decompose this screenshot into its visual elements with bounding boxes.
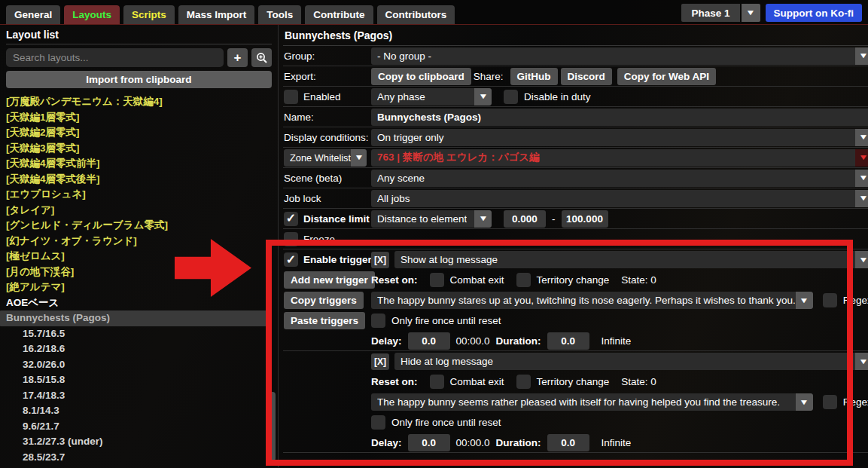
- chevron-down-icon[interactable]: ▼: [855, 251, 868, 268]
- chevron-down-icon[interactable]: ▼: [742, 4, 760, 22]
- disable-in-duty-checkbox[interactable]: [504, 90, 518, 104]
- tab-tools[interactable]: Tools: [258, 5, 301, 24]
- phase-filter-select[interactable]: Any phase ▼: [371, 88, 492, 106]
- tab-contribute[interactable]: Contribute: [305, 5, 373, 24]
- trigger-message-select[interactable]: The happy bunny stares up at you, twitch…: [371, 292, 813, 309]
- tab-mass-import[interactable]: Mass Import: [178, 5, 255, 24]
- fire-once-checkbox[interactable]: [371, 415, 385, 430]
- zone-mode-select[interactable]: Zone Whitelist ▼: [284, 149, 367, 167]
- chevron-down-icon[interactable]: ▼: [855, 149, 868, 167]
- tab-general[interactable]: General: [6, 5, 60, 24]
- import-from-clipboard-button[interactable]: Import from clipboard: [6, 71, 272, 88]
- chevron-down-icon[interactable]: ▼: [855, 129, 868, 146]
- layout-sub-item[interactable]: 8.1/14.3: [6, 403, 272, 419]
- layout-item[interactable]: [幻ナイツ・オブ・ラウンド]: [6, 234, 272, 249]
- chevron-down-icon[interactable]: ▼: [796, 292, 813, 309]
- chevron-glyph: ▼: [859, 194, 868, 202]
- enabled-checkbox[interactable]: [284, 90, 298, 104]
- chevron-down-icon[interactable]: ▼: [474, 210, 492, 228]
- group-select-value: - No group -: [377, 50, 431, 62]
- layout-item[interactable]: [エウプロシュネ]: [6, 187, 272, 203]
- add-layout-button[interactable]: +: [227, 48, 248, 67]
- distance-limit-checkbox[interactable]: ✓: [284, 212, 298, 226]
- copy-for-web-api-button[interactable]: Copy for Web API: [617, 68, 716, 85]
- layout-item[interactable]: [万魔殿パンデモニウム：天獄編4]: [6, 94, 272, 110]
- layout-item[interactable]: [絶アルテマ]: [6, 280, 272, 295]
- sidebar-scrollbar[interactable]: [269, 392, 276, 461]
- kofi-support-button[interactable]: Support on Ko-fi: [766, 4, 862, 22]
- add-new-trigger-button[interactable]: Add new trigger: [284, 271, 375, 289]
- display-conditions-value: On trigger only: [377, 132, 444, 143]
- github-button[interactable]: GitHub: [510, 68, 558, 85]
- layout-sub-item[interactable]: 17.4/18.3: [6, 388, 272, 404]
- territory-change-checkbox[interactable]: [516, 375, 531, 389]
- trigger-message-select[interactable]: The happy bunny seems rather pleased wit…: [371, 393, 813, 411]
- layout-sub-item[interactable]: 9.6/21.7: [6, 419, 272, 435]
- delay-input[interactable]: [408, 332, 450, 350]
- phase-select[interactable]: Phase 1 ▼: [681, 4, 760, 22]
- combat-exit-label: Combat exit: [450, 274, 504, 286]
- trigger-tag-button[interactable]: [X]: [371, 353, 389, 370]
- combat-exit-checkbox[interactable]: [430, 273, 444, 287]
- display-conditions-select[interactable]: On trigger only ▼: [371, 129, 868, 146]
- freeze-checkbox[interactable]: [284, 232, 298, 246]
- layout-sub-item[interactable]: 15.7/16.5: [6, 326, 272, 342]
- trigger-type-select[interactable]: Show at log message ▼: [394, 251, 868, 268]
- layout-item[interactable]: [極ゼロムス]: [6, 249, 272, 265]
- duration-input[interactable]: [547, 434, 589, 451]
- name-input[interactable]: [371, 109, 868, 126]
- chevron-down-icon[interactable]: ▼: [855, 190, 868, 207]
- zoom-in-icon[interactable]: [251, 48, 272, 67]
- regex-checkbox[interactable]: [823, 293, 837, 307]
- zone-whitelist-select[interactable]: 763 | 禁断の地 エウレカ：パゴス編 ▼: [371, 149, 868, 167]
- layout-sub-item[interactable]: 16.2/18.6: [6, 341, 272, 357]
- chevron-down-icon[interactable]: ▼: [855, 170, 868, 187]
- chevron-glyph: ▼: [799, 399, 809, 406]
- trigger-tag-button[interactable]: [X]: [371, 252, 389, 268]
- layout-item-selected[interactable]: Bunnychests (Pagos): [0, 310, 269, 326]
- scene-select[interactable]: Any scene ▼: [371, 170, 868, 187]
- copy-to-clipboard-button[interactable]: Copy to clipboard: [371, 68, 471, 85]
- distance-mode-select[interactable]: Distance to element ▼: [371, 210, 492, 228]
- layout-item[interactable]: [天獄編2層零式]: [6, 125, 272, 141]
- layout-sub-item[interactable]: 31.2/27.3 (under): [6, 434, 272, 450]
- layout-sub-item[interactable]: 28.5/23.7: [6, 450, 272, 466]
- layout-editor-panel: Bunnychests (Pagos) Group: - No group - …: [279, 25, 868, 467]
- trigger-type-select[interactable]: Hide at log message ▼: [394, 353, 868, 370]
- discord-button[interactable]: Discord: [561, 68, 612, 85]
- enable-triggers-checkbox[interactable]: ✓: [284, 252, 298, 267]
- layout-item[interactable]: [タレイア]: [6, 203, 272, 219]
- layout-item-aoe-base[interactable]: AOEベース: [6, 295, 272, 311]
- regex-checkbox[interactable]: [823, 395, 837, 409]
- job-lock-select[interactable]: All jobs ▼: [371, 190, 868, 207]
- layout-item[interactable]: [天獄編4層零式前半]: [6, 156, 272, 172]
- tab-layouts[interactable]: Layouts: [64, 5, 120, 24]
- copy-triggers-button[interactable]: Copy triggers: [284, 292, 364, 309]
- chevron-down-icon[interactable]: ▼: [855, 47, 868, 65]
- layout-item[interactable]: [天獄編1層零式]: [6, 110, 272, 126]
- search-input[interactable]: [6, 48, 224, 67]
- chevron-down-icon[interactable]: ▼: [474, 88, 492, 106]
- chevron-down-icon[interactable]: ▼: [351, 149, 367, 167]
- checkmark-icon: ✓: [286, 213, 296, 225]
- chevron-down-icon[interactable]: ▼: [855, 353, 868, 370]
- distance-max-input[interactable]: [562, 210, 608, 228]
- layout-item[interactable]: [グンヒルド・ディルーブラム零式]: [6, 218, 272, 234]
- duration-input[interactable]: [547, 332, 589, 350]
- fire-once-checkbox[interactable]: [371, 314, 385, 328]
- paste-triggers-button[interactable]: Paste triggers: [284, 312, 365, 329]
- layout-item[interactable]: [月の地下渓谷]: [6, 265, 272, 280]
- combat-exit-checkbox[interactable]: [430, 375, 444, 389]
- tab-scripts[interactable]: Scripts: [123, 5, 175, 24]
- tab-contributors[interactable]: Contributors: [377, 5, 455, 24]
- layout-item[interactable]: [天獄編4層零式後半]: [6, 172, 272, 188]
- group-select[interactable]: - No group - ▼: [371, 47, 868, 65]
- layout-sub-item[interactable]: 32.0/26.0: [6, 357, 272, 373]
- layout-item[interactable]: [天獄編3層零式]: [6, 141, 272, 157]
- territory-change-checkbox[interactable]: [516, 273, 531, 287]
- layout-sub-item[interactable]: 1.6/24.2: [6, 465, 272, 467]
- layout-sub-item[interactable]: 18.5/15.8: [6, 372, 272, 388]
- distance-min-input[interactable]: [504, 210, 546, 228]
- delay-input[interactable]: [408, 434, 450, 451]
- chevron-down-icon[interactable]: ▼: [796, 393, 813, 411]
